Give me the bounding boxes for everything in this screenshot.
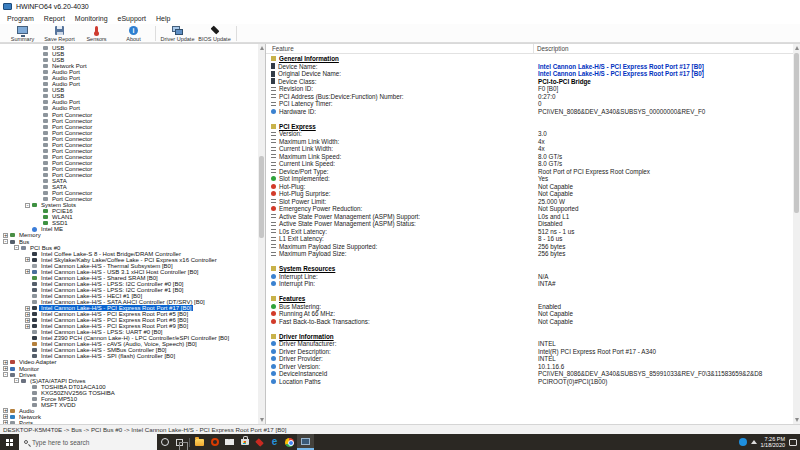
taskbar-file-explorer-button[interactable] xyxy=(192,434,207,450)
detail-row-pci-address-bus-device-function-number[interactable]: PCI Address (Bus:Device:Function) Number… xyxy=(268,93,792,101)
toolbar-bios-update-button[interactable]: BIOS Update xyxy=(196,25,233,42)
taskbar-chrome-button[interactable] xyxy=(282,434,297,450)
taskbar-search-input[interactable]: Type here to search xyxy=(19,434,157,450)
menu-item-monitoring[interactable]: Monitoring xyxy=(70,15,113,22)
expand-icon[interactable]: + xyxy=(25,312,30,317)
detail-row-slot-power-limit[interactable]: Slot Power Limit:25.000 W xyxy=(268,198,792,206)
expand-icon[interactable]: + xyxy=(25,257,30,262)
description-column-header[interactable]: Description xyxy=(534,45,569,52)
detail-row-maximum-payload-size-supported[interactable]: Maximum Payload Size Supported:256 bytes xyxy=(268,243,792,251)
detail-row-device-port-type[interactable]: Device/Port Type:Root Port of PCI Expres… xyxy=(268,168,792,176)
taskbar-mail-button[interactable] xyxy=(222,434,237,450)
expand-icon[interactable]: + xyxy=(25,269,30,274)
detail-row-driver-description[interactable]: Driver Description:Intel(R) PCI Express … xyxy=(268,348,792,356)
port-icon xyxy=(43,149,48,153)
toolbar-save-report-button[interactable]: Save Report xyxy=(41,25,78,42)
toolbar-about-button[interactable]: About xyxy=(115,25,152,42)
detail-row-deviceinstanceid[interactable]: DeviceInstanceIdPCI\VEN_8086&DEV_A340&SU… xyxy=(268,370,792,378)
detail-row-device-class[interactable]: Device Class:PCI-to-PCI Bridge xyxy=(268,78,792,86)
detail-row-active-state-power-management-aspm-status[interactable]: Active State Power Management (ASPM) Sta… xyxy=(268,220,792,228)
taskbar-task-view-button[interactable] xyxy=(172,434,187,450)
collapse-icon[interactable]: - xyxy=(3,372,8,377)
details-scroll-thumb[interactable] xyxy=(794,53,799,213)
tree-scrollbar[interactable] xyxy=(258,44,265,424)
section-row-features[interactable]: Features xyxy=(268,295,792,303)
detail-row-interrupt-pin[interactable]: Interrupt Pin:INTA# xyxy=(268,280,792,288)
detail-row-l1-exit-latency[interactable]: L1 Exit Latency:8 - 16 us xyxy=(268,235,792,243)
section-row-system-resources[interactable]: System Resources xyxy=(268,265,792,273)
tray-app-icon[interactable] xyxy=(739,438,747,446)
expand-icon[interactable]: + xyxy=(3,360,8,365)
taskbar-hwinfo64-active-button[interactable] xyxy=(297,434,314,450)
detail-row-hot-plug-surprise[interactable]: Hot-Plug Surprise:Not Capable xyxy=(268,190,792,198)
feature-label: DeviceInstanceId xyxy=(279,370,327,377)
collapse-icon[interactable]: - xyxy=(3,239,8,244)
system-tray: 7:26 PM 1/18/2020 xyxy=(739,434,800,450)
menu-item-program[interactable]: Program xyxy=(2,15,39,22)
taskbar-clock[interactable]: 7:26 PM 1/18/2020 xyxy=(761,436,785,449)
detail-row-interrupt-line[interactable]: Interrupt Line:N/A xyxy=(268,273,792,281)
detail-row-slot-implemented[interactable]: Slot Implemented:Yes xyxy=(268,175,792,183)
toolbar-summary-button[interactable]: Summary xyxy=(4,25,41,42)
detail-row-bus-mastering[interactable]: Bus Mastering:Enabled xyxy=(268,303,792,311)
chevron-up-icon[interactable] xyxy=(751,440,757,444)
collapse-icon[interactable]: - xyxy=(14,378,19,383)
scroll-up-icon[interactable] xyxy=(795,46,799,50)
collapse-icon[interactable]: - xyxy=(25,203,30,208)
detail-row-maximum-link-speed[interactable]: Maximum Link Speed:8.0 GT/s xyxy=(268,153,792,161)
taskbar-edge-button[interactable]: e xyxy=(267,434,282,450)
taskbar-hwinfo-button[interactable] xyxy=(252,434,267,450)
expand-icon[interactable]: + xyxy=(25,318,30,323)
expand-icon[interactable]: + xyxy=(25,324,30,329)
toolbar-sensors-button[interactable]: Sensors xyxy=(78,25,115,42)
collapse-icon[interactable]: - xyxy=(14,245,19,250)
section-row-general-information[interactable]: General Information xyxy=(268,55,792,63)
taskbar-cortana-button[interactable] xyxy=(157,434,172,450)
detail-row-hot-plug[interactable]: Hot-Plug:Not Capable xyxy=(268,183,792,191)
action-center-icon[interactable] xyxy=(789,439,797,446)
disk-icon xyxy=(32,397,37,401)
expand-icon[interactable]: + xyxy=(3,414,8,419)
detail-row-version[interactable]: Version:3.0 xyxy=(268,130,792,138)
detail-row-location-paths[interactable]: Location PathsPCIROOT(0)#PCI(1B00) xyxy=(268,378,792,386)
detail-row-l0s-exit-latency[interactable]: L0s Exit Latency:512 ns - 1 us xyxy=(268,228,792,236)
expand-icon[interactable]: + xyxy=(3,366,8,371)
detail-row-pci-latency-timer[interactable]: PCI Latency Timer:0 xyxy=(268,100,792,108)
detail-row-original-device-name[interactable]: Original Device Name:Intel Cannon Lake-H… xyxy=(268,70,792,78)
detail-row-active-state-power-management-aspm-support[interactable]: Active State Power Management (ASPM) Sup… xyxy=(268,213,792,221)
detail-row-fast-back-to-back-transactions[interactable]: Fast Back-to-Back Transactions:Not Capab… xyxy=(268,318,792,326)
tree-scroll-thumb[interactable] xyxy=(259,156,264,238)
scroll-up-icon[interactable] xyxy=(260,46,264,50)
detail-row-driver-manufacturer[interactable]: Driver Manufacturer:INTEL xyxy=(268,340,792,348)
detail-row-driver-version[interactable]: Driver Version:10.1.16.6 xyxy=(268,363,792,371)
detail-row-maximum-link-width[interactable]: Maximum Link Width:4x xyxy=(268,138,792,146)
description-value: INTA# xyxy=(538,280,555,288)
detail-row-device-name[interactable]: Device Name:Intel Cannon Lake-H/S - PCI … xyxy=(268,63,792,71)
section-row-driver-information[interactable]: Driver Information xyxy=(268,333,792,341)
feature-column-header[interactable]: Feature xyxy=(266,44,534,54)
expand-icon[interactable]: + xyxy=(3,408,8,413)
taskbar-office-button[interactable] xyxy=(207,434,222,450)
detail-row-hardware-id[interactable]: Hardware ID:PCI\VEN_8086&DEV_A340&SUBSYS… xyxy=(268,108,792,116)
usb-icon xyxy=(32,270,37,274)
menu-item-report[interactable]: Report xyxy=(39,15,70,22)
scroll-down-icon[interactable] xyxy=(795,418,799,422)
detail-row-revision-id[interactable]: Revision ID:F0 [B0] xyxy=(268,85,792,93)
toolbar-button-label: Save Report xyxy=(44,36,75,42)
section-row-pci-express[interactable]: PCI Express xyxy=(268,123,792,131)
toolbar-driver-update-button[interactable]: Driver Update xyxy=(159,25,196,42)
menu-item-help[interactable]: Help xyxy=(151,15,175,22)
detail-row-current-link-width[interactable]: Current Link Width:4x xyxy=(268,145,792,153)
detail-row-emergency-power-reduction[interactable]: Emergency Power Reduction:Not Supported xyxy=(268,205,792,213)
detail-row-driver-provider[interactable]: Driver Provider:INTEL xyxy=(268,355,792,363)
detail-row-running-at-66-mhz[interactable]: Running At 66 MHz:Not Capable xyxy=(268,310,792,318)
details-scrollbar[interactable] xyxy=(793,44,800,424)
start-button[interactable] xyxy=(0,434,19,450)
expand-icon[interactable]: + xyxy=(25,306,30,311)
detail-row-maximum-payload-size[interactable]: Maximum Payload Size:256 bytes xyxy=(268,250,792,258)
menu-item-esupport[interactable]: eSupport xyxy=(113,15,151,22)
expand-icon[interactable]: + xyxy=(3,233,8,238)
scroll-down-icon[interactable] xyxy=(260,418,264,422)
detail-row-current-link-speed[interactable]: Current Link Speed:8.0 GT/s xyxy=(268,160,792,168)
taskbar-store-button[interactable] xyxy=(237,434,252,450)
